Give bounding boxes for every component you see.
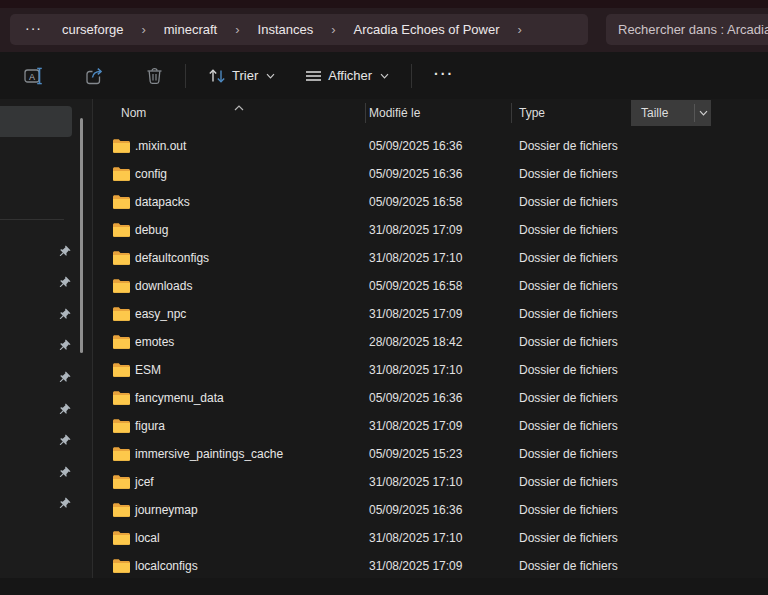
more-options-button[interactable]: ···	[426, 60, 462, 92]
sidebar-scrollbar[interactable]	[80, 118, 83, 353]
chevron-right-icon[interactable]: ›	[227, 22, 247, 37]
table-row[interactable]: easy_npc 31/08/2025 17:09 Dossier de fic…	[93, 300, 768, 328]
chevron-down-icon	[266, 73, 275, 79]
folder-icon	[113, 195, 130, 212]
file-name: immersive_paintings_cache	[135, 447, 283, 461]
pin-icon[interactable]	[57, 466, 71, 480]
table-row[interactable]: figura 31/08/2025 17:09 Dossier de fichi…	[93, 412, 768, 440]
table-row[interactable]: ESM 31/08/2025 17:10 Dossier de fichiers	[93, 356, 768, 384]
pin-icon[interactable]	[57, 434, 71, 448]
table-row[interactable]: fancymenu_data 05/09/2025 16:36 Dossier …	[93, 384, 768, 412]
breadcrumb: ··· curseforge › minecraft › Instances ›…	[10, 14, 588, 45]
pin-icon[interactable]	[57, 339, 71, 353]
column-separator[interactable]	[365, 103, 366, 123]
file-name: debug	[135, 223, 168, 237]
file-type: Dossier de fichiers	[519, 475, 618, 489]
breadcrumb-item-minecraft[interactable]: minecraft	[154, 22, 227, 37]
table-row[interactable]: localconfigs 31/08/2025 17:09 Dossier de…	[93, 552, 768, 580]
trash-icon	[146, 67, 163, 85]
file-modified-date: 31/08/2025 17:09	[369, 559, 462, 573]
file-modified-date: 05/09/2025 16:36	[369, 139, 462, 153]
folder-icon	[113, 335, 130, 352]
pin-icon[interactable]	[57, 497, 71, 511]
column-header-type[interactable]: Type	[519, 106, 545, 120]
table-row[interactable]: debug 31/08/2025 17:09 Dossier de fichie…	[93, 216, 768, 244]
column-header-size[interactable]: Taille	[631, 100, 711, 126]
table-row[interactable]: downloads 05/09/2025 16:58 Dossier de fi…	[93, 272, 768, 300]
table-row[interactable]: defaultconfigs 31/08/2025 17:10 Dossier …	[93, 244, 768, 272]
chevron-right-icon[interactable]: ›	[133, 22, 153, 37]
file-modified-date: 28/08/2025 18:42	[369, 335, 462, 349]
sort-button-label: Trier	[232, 68, 258, 83]
folder-icon	[113, 139, 130, 156]
address-bar: › ··· curseforge › minecraft › Instances…	[0, 8, 768, 52]
breadcrumb-overflow-button[interactable]: ···	[10, 20, 52, 40]
column-header-name[interactable]: Nom	[121, 106, 146, 120]
view-button[interactable]: Afficher	[297, 62, 397, 89]
file-type: Dossier de fichiers	[519, 419, 618, 433]
delete-button[interactable]	[138, 61, 171, 91]
sidebar-selected-item[interactable]	[0, 106, 72, 137]
folder-icon	[113, 251, 130, 268]
share-button[interactable]	[77, 61, 114, 91]
file-type: Dossier de fichiers	[519, 307, 618, 321]
pin-icon[interactable]	[57, 276, 71, 290]
file-type: Dossier de fichiers	[519, 167, 618, 181]
file-modified-date: 05/09/2025 16:36	[369, 391, 462, 405]
file-name: .mixin.out	[135, 139, 186, 153]
file-type: Dossier de fichiers	[519, 251, 618, 265]
table-row[interactable]: journeymap 05/09/2025 16:36 Dossier de f…	[93, 496, 768, 524]
folder-icon	[113, 447, 130, 464]
file-list-pane: Nom Modifié le Type Taille .m	[93, 99, 768, 578]
file-name: jcef	[135, 475, 154, 489]
table-row[interactable]: jcef 31/08/2025 17:10 Dossier de fichier…	[93, 468, 768, 496]
breadcrumb-item-curseforge[interactable]: curseforge	[52, 22, 133, 37]
view-button-label: Afficher	[328, 68, 372, 83]
file-modified-date: 05/09/2025 15:23	[369, 447, 462, 461]
pin-icon[interactable]	[57, 371, 71, 385]
chevron-right-icon[interactable]: ›	[510, 22, 530, 37]
folder-icon	[113, 475, 130, 492]
table-row[interactable]: config 05/09/2025 16:36 Dossier de fichi…	[93, 160, 768, 188]
file-name: localconfigs	[135, 559, 198, 573]
breadcrumb-item-current-folder[interactable]: Arcadia Echoes of Power	[344, 22, 510, 37]
column-header-modified[interactable]: Modifié le	[369, 106, 420, 120]
file-type: Dossier de fichiers	[519, 559, 618, 573]
file-name: local	[135, 531, 160, 545]
folder-icon	[113, 223, 130, 240]
file-name: ESM	[135, 363, 161, 377]
file-explorer-window: › ··· curseforge › minecraft › Instances…	[0, 0, 768, 595]
navigation-pane	[0, 99, 93, 578]
pin-icon[interactable]	[57, 245, 71, 259]
pin-icon[interactable]	[57, 308, 71, 322]
file-modified-date: 05/09/2025 16:36	[369, 167, 462, 181]
file-type: Dossier de fichiers	[519, 391, 618, 405]
table-row[interactable]: immersive_paintings_cache 05/09/2025 15:…	[93, 440, 768, 468]
view-lines-icon	[305, 69, 322, 83]
toolbar-divider	[411, 64, 412, 88]
sort-button[interactable]: Trier	[200, 62, 283, 90]
column-headers: Nom Modifié le Type Taille	[93, 99, 768, 127]
file-modified-date: 31/08/2025 17:10	[369, 363, 462, 377]
table-row[interactable]: .mixin.out 05/09/2025 16:36 Dossier de f…	[93, 132, 768, 160]
table-row[interactable]: datapacks 05/09/2025 16:58 Dossier de fi…	[93, 188, 768, 216]
table-row[interactable]: emotes 28/08/2025 18:42 Dossier de fichi…	[93, 328, 768, 356]
file-name: datapacks	[135, 195, 190, 209]
file-list: .mixin.out 05/09/2025 16:36 Dossier de f…	[93, 132, 768, 580]
file-name: fancymenu_data	[135, 391, 224, 405]
file-name: figura	[135, 419, 165, 433]
column-separator[interactable]	[511, 103, 512, 123]
chevron-down-icon[interactable]	[695, 110, 711, 116]
caret-up-icon	[234, 100, 244, 114]
rename-button[interactable]: A	[16, 61, 53, 91]
file-modified-date: 31/08/2025 17:09	[369, 307, 462, 321]
table-row[interactable]: local 31/08/2025 17:10 Dossier de fichie…	[93, 524, 768, 552]
breadcrumb-item-instances[interactable]: Instances	[248, 22, 324, 37]
chevron-right-icon[interactable]: ›	[323, 22, 343, 37]
pin-icon[interactable]	[57, 403, 71, 417]
chevron-down-icon	[380, 73, 389, 79]
search-input[interactable]: Rechercher dans : Arcadia	[606, 14, 768, 45]
file-type: Dossier de fichiers	[519, 531, 618, 545]
file-name: downloads	[135, 279, 192, 293]
file-modified-date: 05/09/2025 16:58	[369, 279, 462, 293]
